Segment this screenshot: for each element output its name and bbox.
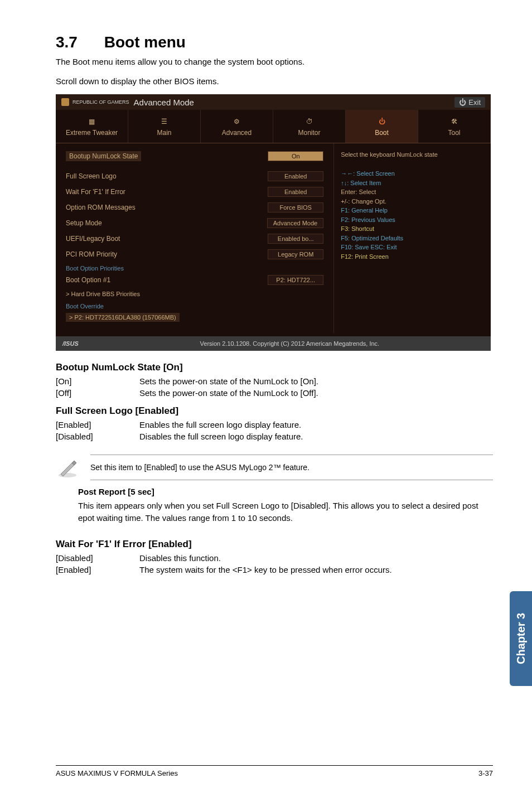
setting-value[interactable]: Legacy ROM — [268, 249, 323, 259]
tab-monitor[interactable]: ⏱Monitor — [273, 110, 346, 143]
option-row: [Disabled] Disables this function. — [56, 553, 493, 563]
help-key: ↑↓: Select Item — [341, 178, 484, 188]
option-key: [Disabled] — [56, 432, 139, 441]
setting-uefi[interactable]: UEFI/Legacy Boot Enabled bo... — [66, 234, 323, 244]
option-desc: Enables the full screen logo display fea… — [139, 420, 301, 429]
bios-help-panel: Select the keyboard NumLock state →←: Se… — [334, 143, 491, 333]
bios-titlebar: REPUBLIC OF GAMERS Advanced Mode ⏻ Exit — [56, 94, 491, 110]
exit-button[interactable]: ⏻ Exit — [454, 97, 485, 108]
tab-label: Boot — [375, 129, 389, 137]
setting-value[interactable]: Advanced Mode — [267, 218, 324, 228]
option-desc: Disables this function. — [139, 553, 221, 563]
help-key: →←: Select Screen — [341, 169, 484, 178]
help-key: F10: Save ESC: Exit — [341, 243, 484, 252]
option-row: [Disabled] Disables the full screen logo… — [56, 432, 493, 441]
setting-rom[interactable]: Option ROM Messages Force BIOS — [66, 202, 323, 212]
tab-label: Main — [157, 129, 171, 137]
setting-label: Full Screen Logo — [66, 172, 117, 180]
setting-f1[interactable]: Wait For 'F1' If Error Enabled — [66, 187, 323, 197]
list-icon: ☰ — [159, 117, 170, 127]
bios-screenshot: REPUBLIC OF GAMERS Advanced Mode ⏻ Exit … — [56, 94, 491, 351]
exit-icon: ⏻ — [459, 98, 466, 107]
note-callout: Set this item to [Enabled] to use the AS… — [56, 455, 493, 480]
pencil-icon — [56, 456, 79, 479]
rog-logo-icon — [61, 98, 69, 106]
setting-pci[interactable]: PCI ROM Priority Legacy ROM — [66, 249, 323, 259]
power-icon: ⏻ — [377, 117, 387, 127]
intro-p1: The Boot menu items allow you to change … — [56, 56, 493, 69]
help-keys: →←: Select Screen ↑↓: Select Item Enter:… — [341, 169, 484, 261]
setting-label: UEFI/Legacy Boot — [66, 235, 120, 243]
bios-tabs: ▦Extreme Tweaker ☰Main ⚙Advanced ⏱Monito… — [56, 110, 491, 143]
tab-label: Advanced — [222, 129, 252, 137]
bios-version: Version 2.10.1208. Copyright (C) 2012 Am… — [200, 340, 380, 347]
section-number: 3.7 — [56, 33, 78, 51]
setting-value[interactable]: Enabled — [268, 187, 323, 197]
setting-value[interactable]: On — [268, 151, 323, 161]
option-row: [Enabled] Enables the full screen logo d… — [56, 420, 493, 429]
boot-override-p2[interactable]: > P2: HDT722516DLA380 (157066MB) — [66, 313, 180, 322]
option-key: [Off] — [56, 388, 139, 398]
help-title: Select the keyboard NumLock state — [341, 151, 484, 158]
help-key: F1: General Help — [341, 206, 484, 215]
tab-main[interactable]: ☰Main — [128, 110, 201, 143]
hdd-bbs-priorities[interactable]: > Hard Drive BBS Priorities — [66, 291, 323, 297]
setting-logo[interactable]: Full Screen Logo Enabled — [66, 171, 323, 181]
bios-logo: REPUBLIC OF GAMERS — [61, 98, 129, 106]
note-text: Set this item to [Enabled] to use the AS… — [90, 455, 493, 480]
bios-mode: Advanced Mode — [134, 98, 194, 107]
monitor-icon: ⏱ — [304, 117, 315, 127]
option-desc: Sets the power-on state of the NumLock t… — [139, 376, 318, 386]
setting-label: Option ROM Messages — [66, 204, 136, 211]
option-desc: Disables the full screen logo display fe… — [139, 432, 303, 441]
help-key: F5: Optimized Defaults — [341, 234, 484, 243]
footer-left: ASUS MAXIMUS V FORMULA Series — [56, 769, 178, 777]
setting-setup[interactable]: Setup Mode Advanced Mode — [66, 218, 323, 228]
setting-label: Boot Option #1 — [66, 276, 110, 284]
option-key: [On] — [56, 376, 139, 386]
option-desc: Sets the power-on state of the NumLock t… — [139, 388, 318, 398]
setting-value[interactable]: Force BIOS — [268, 202, 323, 212]
chapter-tab: Chapter 3 — [510, 591, 532, 686]
option-row: [Off] Sets the power-on state of the Num… — [56, 388, 493, 398]
tab-boot[interactable]: ⏻Boot — [346, 110, 418, 143]
post-report-heading: Post Report [5 sec] — [78, 487, 493, 496]
help-key: F2: Previous Values — [341, 215, 484, 225]
option-key: [Enabled] — [56, 420, 139, 429]
tab-label: Tool — [448, 129, 460, 137]
option-row: [On] Sets the power-on state of the NumL… — [56, 376, 493, 386]
help-key: Enter: Select — [341, 187, 484, 197]
help-key: +/-: Change Opt. — [341, 197, 484, 206]
numlock-heading: Bootup NumLock State [On] — [56, 362, 493, 373]
option-key: [Enabled] — [56, 565, 139, 574]
section-heading: 3.7 Boot menu — [56, 33, 493, 51]
setting-label: Setup Mode — [66, 219, 102, 227]
setting-label: Wait For 'F1' If Error — [66, 188, 125, 196]
setting-numlock[interactable]: Bootup NumLock State On — [66, 151, 323, 161]
bios-footer: /ISUS Version 2.10.1208. Copyright (C) 2… — [56, 336, 491, 351]
help-key: F12: Print Screen — [341, 252, 484, 262]
setting-value[interactable]: P2: HDT722... — [268, 275, 323, 285]
option-row: [Enabled] The system waits for the <F1> … — [56, 565, 493, 574]
tab-extreme-tweaker[interactable]: ▦Extreme Tweaker — [56, 110, 128, 143]
asus-logo: /ISUS — [62, 340, 79, 347]
gear-icon: ⚙ — [232, 117, 242, 127]
boot-override-header: Boot Override — [66, 303, 323, 310]
logo-heading: Full Screen Logo [Enabled] — [56, 405, 493, 417]
boot-option-1[interactable]: Boot Option #1 P2: HDT722... — [66, 275, 323, 285]
boot-priorities-header: Boot Option Priorities — [66, 265, 323, 272]
tab-tool[interactable]: 🛠Tool — [418, 110, 491, 143]
tool-icon: 🛠 — [449, 117, 460, 127]
setting-label: PCI ROM Priority — [66, 250, 117, 258]
chip-icon: ▦ — [87, 117, 97, 127]
footer-right: 3-37 — [478, 769, 493, 777]
option-desc: The system waits for the <F1> key to be … — [139, 565, 392, 574]
setting-value[interactable]: Enabled bo... — [268, 234, 323, 244]
page-footer: ASUS MAXIMUS V FORMULA Series 3-37 — [56, 765, 493, 777]
tab-advanced[interactable]: ⚙Advanced — [201, 110, 273, 143]
f1-heading: Wait For 'F1' If Error [Enabled] — [56, 539, 493, 550]
post-report-body: This item appears only when you set Full… — [78, 500, 493, 524]
intro-p2: Scroll down to display the other BIOS it… — [56, 75, 493, 88]
exit-label: Exit — [468, 98, 481, 107]
setting-value[interactable]: Enabled — [268, 171, 323, 181]
